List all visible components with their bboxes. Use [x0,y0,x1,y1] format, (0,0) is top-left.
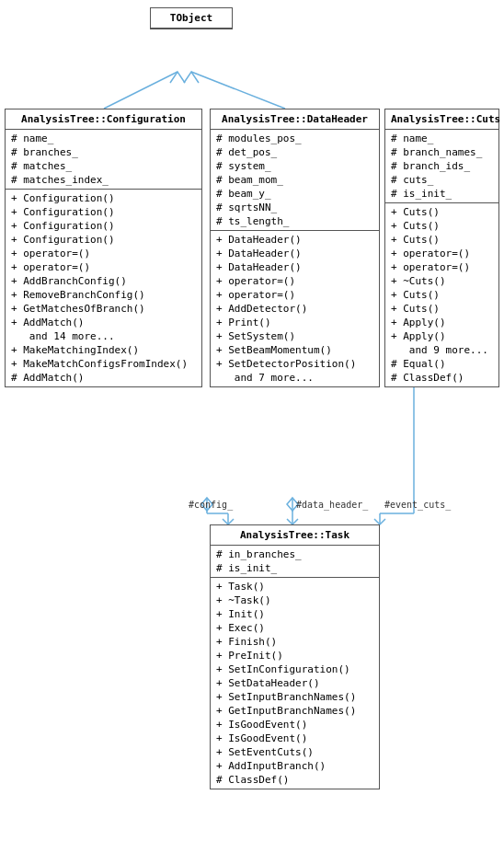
task-attributes: # in_branches_ # is_init_ [211,546,379,578]
method-row: + SetBeamMomentum() [211,343,379,357]
method-row: + DataHeader() [211,260,379,274]
dataheader-methods: + DataHeader() + DataHeader() + DataHead… [211,231,379,386]
method-row: + MakeMatchingIndex() [6,343,201,357]
dataheader-header: AnalysisTree::DataHeader [211,109,379,130]
attr-row: # branch_names_ [385,145,498,159]
dataheader-class: AnalysisTree::DataHeader # modules_pos_ … [210,109,380,387]
method-row: + AddInputBranch() [211,759,379,773]
method-row: + operator=() [385,260,498,274]
attr-row: # matches_index_ [6,173,201,187]
method-row: + RemoveBranchConfig() [6,288,201,302]
method-row: + Cuts() [385,288,498,302]
method-row: + Configuration() [6,233,201,247]
cuts-class: AnalysisTree::Cuts # name_ # branch_name… [384,109,499,387]
svg-marker-8 [287,498,298,511]
method-row: + operator=() [6,260,201,274]
configuration-class: AnalysisTree::Configuration # name_ # br… [5,109,202,387]
attr-row: # is_init_ [211,561,379,575]
method-row: + operator=() [211,274,379,288]
task-header: AnalysisTree::Task [211,525,379,546]
method-row: + Configuration() [6,219,201,233]
method-row: + SetDataHeader() [211,676,379,690]
method-row: and 9 more... [385,343,498,357]
attr-row: # ts_length_ [211,214,379,228]
method-row: # Equal() [385,357,498,371]
method-row: + Finish() [211,635,379,649]
dataheader-name: AnalysisTree::DataHeader [222,113,368,125]
cuts-header: AnalysisTree::Cuts [385,109,498,130]
method-row: + operator=() [6,247,201,260]
cuts-attributes: # name_ # branch_names_ # branch_ids_ # … [385,130,498,203]
diagram-container: #config_ #data_header_ #event_cuts_ TObj… [0,0,504,864]
attr-row: # name_ [6,132,201,145]
method-row: + SetSystem() [211,329,379,343]
tobject-name: TObject [170,12,212,24]
method-row: + Cuts() [385,302,498,316]
attr-row: # branches_ [6,145,201,159]
method-row: + IsGoodEvent() [211,732,379,745]
configuration-methods: + Configuration() + Configuration() + Co… [6,190,201,386]
cuts-name: AnalysisTree::Cuts [391,113,500,125]
method-row: + operator=() [385,247,498,260]
attr-row: # matches_ [6,159,201,173]
svg-line-0 [104,72,178,109]
method-row: + Init() [211,607,379,621]
method-row: + SetInConfiguration() [211,662,379,676]
method-row: + Configuration() [6,205,201,219]
method-row: + SetInputBranchNames() [211,690,379,704]
method-row: + DataHeader() [211,247,379,260]
method-row: + IsGoodEvent() [211,718,379,732]
attr-row: # beam_mom_ [211,173,379,187]
attr-row: # is_init_ [385,187,498,201]
attr-row: # name_ [385,132,498,145]
method-row: + ~Task() [211,593,379,607]
svg-text:#config_: #config_ [189,500,234,511]
cuts-methods: + Cuts() + Cuts() + Cuts() + operator=()… [385,203,498,386]
method-row: + AddMatch() [6,316,201,329]
method-row: + GetInputBranchNames() [211,704,379,718]
method-row: + Print() [211,316,379,329]
method-row: + Exec() [211,621,379,635]
tobject-class: TObject [150,7,233,29]
method-row: + Task() [211,580,379,593]
method-row: + operator=() [211,288,379,302]
svg-text:#event_cuts_: #event_cuts_ [384,500,452,511]
attr-row: # system_ [211,159,379,173]
attr-row: # det_pos_ [211,145,379,159]
attr-row: # sqrtsNN_ [211,201,379,214]
method-row: + AddBranchConfig() [6,274,201,288]
task-methods: + Task() + ~Task() + Init() + Exec() + F… [211,578,379,789]
method-row: + Configuration() [6,191,201,205]
method-row: and 14 more... [6,329,201,343]
configuration-header: AnalysisTree::Configuration [6,109,201,130]
method-row: + AddDetector() [211,302,379,316]
method-row: # ClassDef() [385,371,498,385]
method-row: + PreInit() [211,649,379,662]
svg-line-1 [191,72,285,109]
method-row: + Cuts() [385,233,498,247]
method-row: # ClassDef() [211,773,379,787]
task-class: AnalysisTree::Task # in_branches_ # is_i… [210,524,380,789]
svg-marker-5 [201,498,212,511]
method-row: + GetMatchesOfBranch() [6,302,201,316]
attr-row: # branch_ids_ [385,159,498,173]
method-row: + Apply() [385,329,498,343]
method-row: + Apply() [385,316,498,329]
task-name: AnalysisTree::Task [240,529,349,541]
svg-text:#data_header_: #data_header_ [296,500,369,511]
method-row: + ~Cuts() [385,274,498,288]
method-row: + MakeMatchConfigsFromIndex() [6,357,201,371]
attr-row: # beam_y_ [211,187,379,201]
tobject-header: TObject [151,8,232,29]
configuration-name: AnalysisTree::Configuration [21,113,186,125]
method-row: + Cuts() [385,205,498,219]
attr-row: # cuts_ [385,173,498,187]
configuration-attributes: # name_ # branches_ # matches_ # matches… [6,130,201,190]
method-row: and 7 more... [211,371,379,385]
method-row: + Cuts() [385,219,498,233]
method-row: + DataHeader() [211,233,379,247]
method-row: # AddMatch() [6,371,201,385]
method-row: + SetEventCuts() [211,745,379,759]
method-row: + SetDetectorPosition() [211,357,379,371]
attr-row: # in_branches_ [211,547,379,561]
